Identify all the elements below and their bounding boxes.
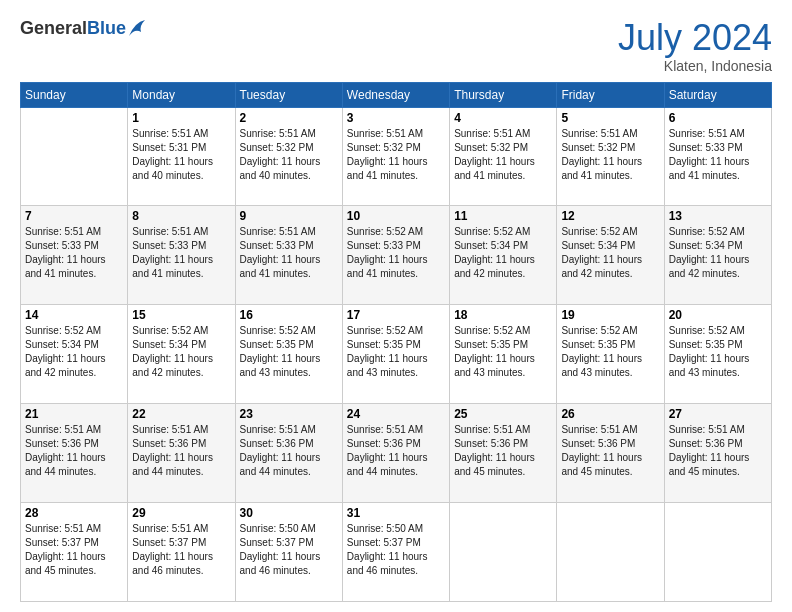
day-number: 1 [132,111,230,125]
day-info: Sunrise: 5:51 AMSunset: 5:31 PMDaylight:… [132,127,230,183]
day-number: 29 [132,506,230,520]
day-info: Sunrise: 5:52 AMSunset: 5:35 PMDaylight:… [347,324,445,380]
weekday-header-sunday: Sunday [21,82,128,107]
calendar-cell: 13Sunrise: 5:52 AMSunset: 5:34 PMDayligh… [664,206,771,305]
calendar-cell [21,107,128,206]
weekday-header-row: SundayMondayTuesdayWednesdayThursdayFrid… [21,82,772,107]
day-number: 22 [132,407,230,421]
day-info: Sunrise: 5:51 AMSunset: 5:33 PMDaylight:… [240,225,338,281]
calendar-cell: 9Sunrise: 5:51 AMSunset: 5:33 PMDaylight… [235,206,342,305]
calendar-cell: 5Sunrise: 5:51 AMSunset: 5:32 PMDaylight… [557,107,664,206]
logo-bird-icon [127,18,145,40]
day-number: 26 [561,407,659,421]
calendar-cell: 31Sunrise: 5:50 AMSunset: 5:37 PMDayligh… [342,503,449,602]
week-row-1: 7Sunrise: 5:51 AMSunset: 5:33 PMDaylight… [21,206,772,305]
day-info: Sunrise: 5:52 AMSunset: 5:34 PMDaylight:… [132,324,230,380]
day-number: 17 [347,308,445,322]
day-number: 16 [240,308,338,322]
weekday-header-tuesday: Tuesday [235,82,342,107]
logo: GeneralBlue [20,18,145,40]
calendar-cell: 23Sunrise: 5:51 AMSunset: 5:36 PMDayligh… [235,404,342,503]
calendar-cell: 12Sunrise: 5:52 AMSunset: 5:34 PMDayligh… [557,206,664,305]
week-row-3: 21Sunrise: 5:51 AMSunset: 5:36 PMDayligh… [21,404,772,503]
calendar-cell: 7Sunrise: 5:51 AMSunset: 5:33 PMDaylight… [21,206,128,305]
day-info: Sunrise: 5:51 AMSunset: 5:36 PMDaylight:… [347,423,445,479]
calendar-cell: 21Sunrise: 5:51 AMSunset: 5:36 PMDayligh… [21,404,128,503]
day-number: 19 [561,308,659,322]
day-number: 24 [347,407,445,421]
day-info: Sunrise: 5:51 AMSunset: 5:32 PMDaylight:… [454,127,552,183]
week-row-0: 1Sunrise: 5:51 AMSunset: 5:31 PMDaylight… [21,107,772,206]
calendar-cell [450,503,557,602]
day-number: 8 [132,209,230,223]
day-info: Sunrise: 5:51 AMSunset: 5:33 PMDaylight:… [25,225,123,281]
calendar-cell: 18Sunrise: 5:52 AMSunset: 5:35 PMDayligh… [450,305,557,404]
weekday-header-thursday: Thursday [450,82,557,107]
day-info: Sunrise: 5:51 AMSunset: 5:32 PMDaylight:… [240,127,338,183]
day-info: Sunrise: 5:52 AMSunset: 5:33 PMDaylight:… [347,225,445,281]
calendar-table: SundayMondayTuesdayWednesdayThursdayFrid… [20,82,772,602]
day-info: Sunrise: 5:52 AMSunset: 5:35 PMDaylight:… [669,324,767,380]
day-info: Sunrise: 5:51 AMSunset: 5:36 PMDaylight:… [240,423,338,479]
calendar-cell [664,503,771,602]
day-number: 6 [669,111,767,125]
day-info: Sunrise: 5:51 AMSunset: 5:36 PMDaylight:… [132,423,230,479]
day-info: Sunrise: 5:52 AMSunset: 5:34 PMDaylight:… [669,225,767,281]
day-info: Sunrise: 5:51 AMSunset: 5:33 PMDaylight:… [132,225,230,281]
calendar-cell: 29Sunrise: 5:51 AMSunset: 5:37 PMDayligh… [128,503,235,602]
calendar-cell: 3Sunrise: 5:51 AMSunset: 5:32 PMDaylight… [342,107,449,206]
calendar-cell: 16Sunrise: 5:52 AMSunset: 5:35 PMDayligh… [235,305,342,404]
day-number: 15 [132,308,230,322]
day-info: Sunrise: 5:51 AMSunset: 5:36 PMDaylight:… [669,423,767,479]
day-info: Sunrise: 5:52 AMSunset: 5:35 PMDaylight:… [454,324,552,380]
day-info: Sunrise: 5:50 AMSunset: 5:37 PMDaylight:… [240,522,338,578]
calendar-cell [557,503,664,602]
calendar-cell: 25Sunrise: 5:51 AMSunset: 5:36 PMDayligh… [450,404,557,503]
day-info: Sunrise: 5:51 AMSunset: 5:36 PMDaylight:… [561,423,659,479]
calendar-cell: 15Sunrise: 5:52 AMSunset: 5:34 PMDayligh… [128,305,235,404]
weekday-header-monday: Monday [128,82,235,107]
calendar-page: GeneralBlue July 2024 Klaten, Indonesia … [0,0,792,612]
day-info: Sunrise: 5:52 AMSunset: 5:35 PMDaylight:… [561,324,659,380]
day-number: 2 [240,111,338,125]
day-number: 18 [454,308,552,322]
day-number: 12 [561,209,659,223]
calendar-cell: 27Sunrise: 5:51 AMSunset: 5:36 PMDayligh… [664,404,771,503]
day-info: Sunrise: 5:50 AMSunset: 5:37 PMDaylight:… [347,522,445,578]
day-number: 10 [347,209,445,223]
header: GeneralBlue July 2024 Klaten, Indonesia [20,18,772,74]
day-number: 28 [25,506,123,520]
day-number: 27 [669,407,767,421]
title-block: July 2024 Klaten, Indonesia [618,18,772,74]
day-number: 9 [240,209,338,223]
calendar-cell: 30Sunrise: 5:50 AMSunset: 5:37 PMDayligh… [235,503,342,602]
day-number: 21 [25,407,123,421]
calendar-cell: 22Sunrise: 5:51 AMSunset: 5:36 PMDayligh… [128,404,235,503]
day-info: Sunrise: 5:51 AMSunset: 5:32 PMDaylight:… [347,127,445,183]
day-number: 25 [454,407,552,421]
calendar-cell: 1Sunrise: 5:51 AMSunset: 5:31 PMDaylight… [128,107,235,206]
day-number: 31 [347,506,445,520]
month-title: July 2024 [618,18,772,58]
day-info: Sunrise: 5:51 AMSunset: 5:32 PMDaylight:… [561,127,659,183]
calendar-cell: 14Sunrise: 5:52 AMSunset: 5:34 PMDayligh… [21,305,128,404]
day-info: Sunrise: 5:52 AMSunset: 5:35 PMDaylight:… [240,324,338,380]
day-number: 5 [561,111,659,125]
day-number: 13 [669,209,767,223]
week-row-2: 14Sunrise: 5:52 AMSunset: 5:34 PMDayligh… [21,305,772,404]
weekday-header-wednesday: Wednesday [342,82,449,107]
calendar-cell: 2Sunrise: 5:51 AMSunset: 5:32 PMDaylight… [235,107,342,206]
calendar-cell: 28Sunrise: 5:51 AMSunset: 5:37 PMDayligh… [21,503,128,602]
day-info: Sunrise: 5:51 AMSunset: 5:33 PMDaylight:… [669,127,767,183]
calendar-cell: 19Sunrise: 5:52 AMSunset: 5:35 PMDayligh… [557,305,664,404]
week-row-4: 28Sunrise: 5:51 AMSunset: 5:37 PMDayligh… [21,503,772,602]
day-number: 7 [25,209,123,223]
day-info: Sunrise: 5:51 AMSunset: 5:37 PMDaylight:… [132,522,230,578]
calendar-cell: 26Sunrise: 5:51 AMSunset: 5:36 PMDayligh… [557,404,664,503]
day-number: 3 [347,111,445,125]
day-number: 23 [240,407,338,421]
calendar-cell: 20Sunrise: 5:52 AMSunset: 5:35 PMDayligh… [664,305,771,404]
day-number: 14 [25,308,123,322]
day-info: Sunrise: 5:52 AMSunset: 5:34 PMDaylight:… [561,225,659,281]
day-number: 11 [454,209,552,223]
